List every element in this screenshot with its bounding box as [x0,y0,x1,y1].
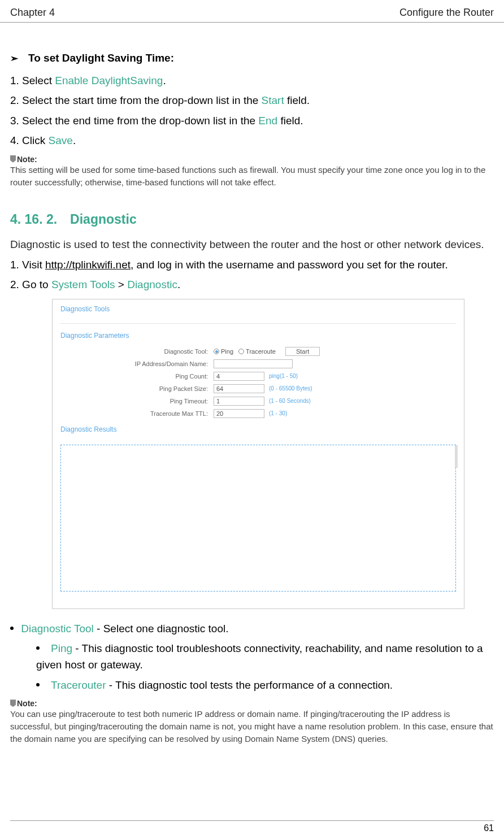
bullet-icon [36,683,40,686]
start-field-text: Start [262,94,284,106]
note-text-1: This setting will be used for some time-… [10,164,494,189]
step-4: 4. Click Save. [10,132,494,149]
shot-params-label: Diagnostic Parameters [53,332,464,345]
row-ping-count: Ping Count: 4 ping(1 - 50) [53,370,464,382]
bullet-diagnostic-tool: Diagnostic Tool - Select one diagnostic … [10,620,494,637]
step-1: 1. Select Enable DaylightSaving. [10,72,494,89]
bookmark-icon [10,699,16,707]
ttl-label: Traceroute Max TTL: [53,410,214,417]
row-timeout: Ping Timeout: 1 (1 - 60 Seconds) [53,395,464,407]
diag-step-2: 2. Go to System Tools > Diagnostic. [10,276,494,293]
header-title: Configure the Router [399,7,494,19]
ping-count-input[interactable]: 4 [214,372,264,381]
page-header: Chapter 4 Configure the Router [0,0,504,23]
section-dst-heading: ➢To set Daylight Saving Time: [10,52,494,64]
tool-label: Diagnostic Tool: [53,348,214,355]
ping-count-hint: ping(1 - 50) [269,373,298,379]
diagnostic-screenshot: Diagnostic Tools Diagnostic Parameters D… [52,299,464,609]
sub-bullet-ping: Ping - This diagnostic tool troubleshoot… [10,640,494,673]
end-field-text: End [258,115,277,127]
dst-heading-text: To set Daylight Saving Time: [28,52,174,64]
enable-daylight-text: Enable DaylightSaving [55,75,163,86]
bullet-icon [10,627,14,630]
diagnostic-menu-text: Diagnostic [127,279,177,290]
note-label-1: Note: [10,155,494,164]
diagnostic-heading: 4. 16. 2. Diagnostic [10,212,494,227]
radio-traceroute[interactable] [238,349,244,354]
row-tool: Diagnostic Tool: Ping Traceroute Start [53,345,464,358]
arrow-icon: ➢ [10,53,18,64]
row-packet: Ping Packet Size: 64 (0 - 65500 Bytes) [53,382,464,395]
step-3: 3. Select the end time from the drop-dow… [10,112,494,129]
tplink-url[interactable]: http://tplinkwifi.net [45,259,131,271]
system-tools-text: System Tools [51,279,115,290]
sub-bullet-traceroute: Tracerouter - This diagnostic tool tests… [10,677,494,693]
results-label: Diagnostic Results [53,425,464,439]
ttl-hint: (1 - 30) [269,410,287,416]
packet-input[interactable]: 64 [214,384,264,393]
bookmark-icon [10,155,16,163]
ip-label: IP Address/Domain Name: [53,360,214,367]
tracerouter-term: Tracerouter [51,679,106,691]
note-label-2: Note: [10,699,494,708]
start-button[interactable]: Start [285,347,320,356]
diagnostic-intro: Diagnostic is used to test the connectiv… [10,236,494,253]
row-ip: IP Address/Domain Name: [53,358,464,370]
save-text: Save [49,134,73,146]
radio-trace-label: Traceroute [246,348,276,355]
diag-step-1: 1. Visit http://tplinkwifi.net, and log … [10,257,494,273]
radio-ping[interactable] [214,349,219,354]
row-ttl: Traceroute Max TTL: 20 (1 - 30) [53,407,464,420]
results-box [60,445,456,592]
packet-hint: (0 - 65500 Bytes) [269,385,312,392]
shot-title: Diagnostic Tools [53,299,464,323]
ttl-input[interactable]: 20 [214,409,264,418]
timeout-label: Ping Timeout: [53,398,214,405]
radio-ping-label: Ping [221,348,233,355]
page-footer: 61 [10,820,494,833]
diag-tool-term: Diagnostic Tool [21,623,94,634]
ping-count-label: Ping Count: [53,373,214,380]
content-area: ➢To set Daylight Saving Time: 1. Select … [0,23,504,745]
page-number: 61 [484,823,494,833]
screenshot-container: Diagnostic Tools Diagnostic Parameters D… [52,299,464,609]
chapter-label: Chapter 4 [10,7,55,19]
packet-label: Ping Packet Size: [53,385,214,392]
ping-term: Ping [51,642,72,654]
note-text-2: You can use ping/traceroute to test both… [10,708,494,745]
bullet-icon [36,646,40,650]
ip-input[interactable] [214,359,293,368]
timeout-hint: (1 - 60 Seconds) [269,398,311,404]
timeout-input[interactable]: 1 [214,397,264,406]
step-2: 2. Select the start time from the drop-d… [10,92,494,108]
